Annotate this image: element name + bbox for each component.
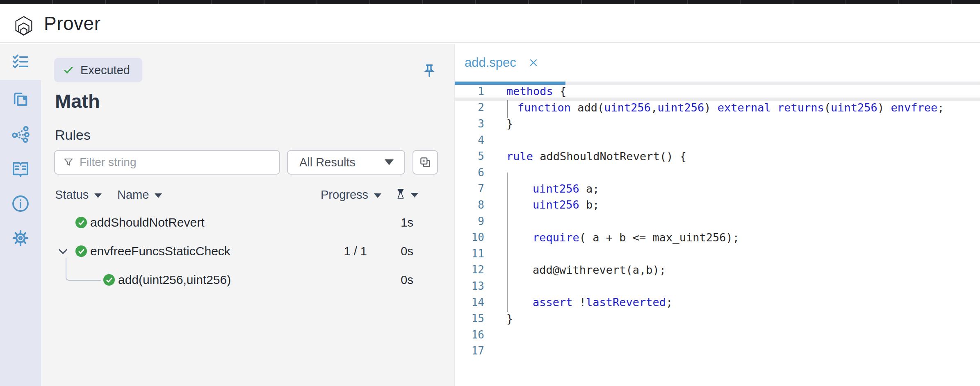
line-number: 17: [455, 345, 484, 357]
code-line[interactable]: 13: [455, 278, 980, 294]
code-line[interactable]: 10require( a + b <= max_uint256);: [455, 229, 980, 245]
files-icon: [11, 89, 30, 108]
rules-table-header: Status Name Progress: [41, 188, 454, 204]
filter-input-wrapper: [54, 150, 280, 175]
line-number: 16: [455, 329, 484, 341]
code-line[interactable]: 7uint256 a;: [455, 181, 980, 197]
sort-arrow-icon: [155, 193, 162, 198]
code-text[interactable]: }: [484, 117, 513, 130]
line-number: 5: [455, 150, 484, 162]
column-header-time[interactable]: [396, 188, 418, 200]
code-line[interactable]: 6: [455, 164, 980, 181]
tab-label: add.spec: [465, 55, 516, 70]
table-row[interactable]: add(uint256,uint256)0s: [41, 266, 454, 294]
check-icon: [78, 219, 85, 226]
code-text[interactable]: uint256 b;: [484, 198, 599, 211]
line-number: 11: [455, 247, 484, 260]
rule-time: 0s: [401, 273, 413, 287]
code-text[interactable]: rule addShouldNotRevert() {: [484, 150, 686, 163]
rail-item-rules[interactable]: [0, 44, 41, 80]
check-icon: [78, 248, 85, 255]
checklist-icon: [11, 52, 30, 71]
rule-time: 1s: [401, 216, 413, 229]
column-header-status[interactable]: Status: [55, 188, 102, 202]
code-line[interactable]: 4: [455, 132, 980, 148]
code-line[interactable]: 2function add(uint256,uint256) external …: [455, 100, 980, 116]
rail-item-documentation[interactable]: [0, 157, 41, 182]
check-icon: [63, 65, 74, 75]
line-number: 15: [455, 312, 484, 325]
call-graph-icon: [11, 124, 30, 144]
line-number: 7: [455, 182, 484, 195]
code-line[interactable]: 16: [455, 327, 980, 343]
info-icon: [11, 194, 30, 213]
rail-item-call-graph[interactable]: [0, 122, 41, 146]
code-line[interactable]: 8uint256 b;: [455, 197, 980, 213]
code-line[interactable]: 3}: [455, 116, 980, 132]
table-row[interactable]: envfreeFuncsStaticCheck1 / 10s: [41, 237, 454, 266]
code-line[interactable]: 1methods {: [455, 83, 980, 100]
column-header-name[interactable]: Name: [117, 188, 162, 202]
code-text[interactable]: uint256 a;: [484, 182, 599, 195]
column-label: Status: [55, 188, 89, 202]
line-number: 3: [455, 118, 484, 130]
line-number: 1: [455, 85, 484, 98]
column-label: Progress: [321, 188, 368, 202]
chevron-down-icon[interactable]: [59, 245, 67, 254]
filter-input[interactable]: [80, 156, 260, 169]
section-title-rules: Rules: [55, 127, 91, 143]
rules-tree: addShouldNotRevert1senvfreeFuncsStaticCh…: [41, 208, 454, 294]
left-icon-rail: [0, 44, 41, 386]
line-number: 4: [455, 134, 484, 146]
rail-item-settings[interactable]: [0, 226, 41, 250]
table-row[interactable]: addShouldNotRevert1s: [41, 208, 454, 237]
code-text[interactable]: function add(uint256,uint256) external r…: [484, 101, 944, 114]
line-number: 13: [455, 280, 484, 292]
code-text[interactable]: add@withrevert(a,b);: [484, 263, 666, 276]
results-filter-select[interactable]: All Results: [287, 150, 405, 175]
code-line[interactable]: 9: [455, 213, 980, 229]
rule-progress: 1 / 1: [344, 245, 367, 258]
code-line[interactable]: 12add@withrevert(a,b);: [455, 262, 980, 278]
code-text[interactable]: assert !lastReverted;: [484, 296, 672, 309]
code-text[interactable]: require( a + b <= max_uint256);: [484, 231, 739, 244]
code-viewer[interactable]: 1methods {2function add(uint256,uint256)…: [455, 83, 980, 359]
code-line[interactable]: 15}: [455, 310, 980, 327]
status-badge: Executed: [54, 58, 142, 82]
editor-tab-strip: add.spec: [455, 44, 980, 82]
sort-arrow-icon: [94, 193, 102, 198]
app-header: Prover: [0, 4, 980, 43]
status-badge-label: Executed: [80, 64, 130, 77]
pin-icon[interactable]: [422, 63, 437, 80]
page-title: Math: [55, 90, 100, 112]
rules-controls: All Results: [54, 150, 441, 175]
code-line[interactable]: 14assert !lastReverted;: [455, 294, 980, 311]
rail-item-contracts[interactable]: [0, 86, 41, 111]
certora-hexagon-logo-icon: [9, 8, 38, 39]
tab-add-spec[interactable]: add.spec: [455, 44, 538, 82]
gear-icon: [11, 228, 30, 248]
active-tab-underline: [455, 82, 565, 85]
run-results-panel: Executed Math Rules All Results: [41, 44, 454, 386]
code-line[interactable]: 11: [455, 245, 980, 262]
rule-name: addShouldNotRevert: [90, 216, 205, 229]
code-line[interactable]: 17: [455, 343, 980, 359]
line-number: 8: [455, 199, 484, 211]
copy-rules-button[interactable]: [413, 150, 438, 175]
code-text[interactable]: }: [484, 312, 513, 325]
code-text[interactable]: methods {: [484, 85, 566, 98]
sort-arrow-icon: [374, 193, 381, 198]
line-number: 9: [455, 215, 484, 227]
code-line[interactable]: 5rule addShouldNotRevert() {: [455, 148, 980, 164]
status-success-icon: [75, 245, 87, 257]
hourglass-icon: [396, 188, 405, 200]
results-filter-value: All Results: [299, 156, 356, 169]
rail-item-info[interactable]: [0, 191, 41, 216]
browser-tab-strip: [0, 0, 980, 4]
spec-editor-panel: add.spec 1methods {2function add(uint256…: [454, 44, 980, 386]
prover-app: Prover: [0, 0, 980, 386]
column-header-progress[interactable]: Progress: [321, 188, 381, 202]
close-icon[interactable]: [529, 58, 538, 68]
status-success-icon: [75, 217, 87, 228]
chevron-down-icon: [385, 159, 394, 165]
